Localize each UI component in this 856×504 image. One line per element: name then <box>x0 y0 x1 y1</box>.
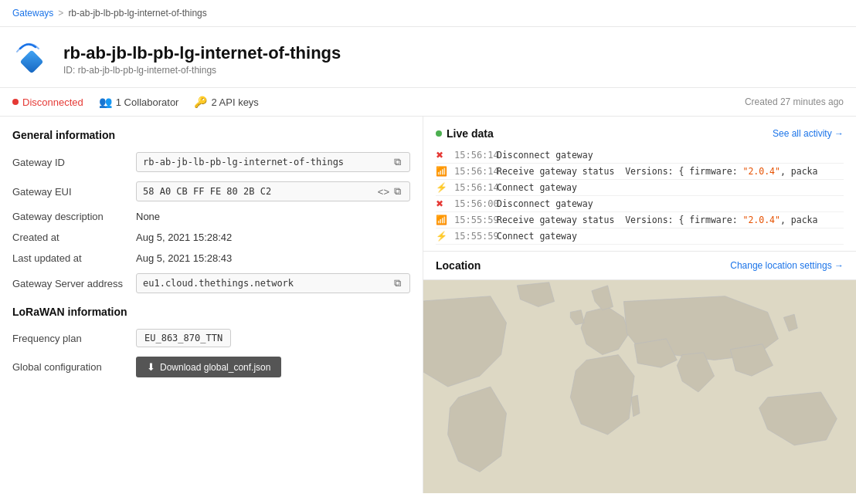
gateway-icon <box>12 39 53 79</box>
frequency-plan-value: EU_863_870_TTN <box>136 329 231 347</box>
gateway-eui-input: 58 A0 CB FF FE 80 2B C2 <> ⧉ <box>136 181 410 201</box>
location-header: Location Change location settings → <box>423 252 856 280</box>
gateway-id-label: Gateway ID <box>12 157 136 168</box>
status-bar: Disconnected 👥 1 Collaborator 🔑 2 API ke… <box>0 88 856 117</box>
disconnect-icon-2: ✖ <box>436 198 451 209</box>
disconnected-label: Disconnected <box>22 96 83 108</box>
event-desc-1: Disconnect gateway <box>497 150 844 161</box>
live-data-title: Live data <box>436 127 494 140</box>
last-updated-value: Aug 5, 2021 15:28:43 <box>136 252 410 264</box>
live-event-row: 📶 15:56:14 Receive gateway status Versio… <box>436 164 844 180</box>
global-config-row: Global configuration ⬇ Download global_c… <box>12 357 410 377</box>
gateway-server-input: eu1.cloud.thethings.network ⧉ <box>136 273 410 293</box>
frequency-plan-label: Frequency plan <box>12 333 136 344</box>
gateway-server-value: eu1.cloud.thethings.network <box>143 278 392 289</box>
download-config-button[interactable]: ⬇ Download global_conf.json <box>136 357 281 377</box>
event-time-6: 15:55:59 <box>454 231 497 242</box>
change-location-link[interactable]: Change location settings → <box>730 260 844 271</box>
header-text: rb-ab-jb-lb-pb-lg-internet-of-things ID:… <box>63 43 341 76</box>
api-keys-icon: 🔑 <box>194 96 207 108</box>
page-subtitle: ID: rb-ab-jb-lb-pb-lg-internet-of-things <box>63 65 341 76</box>
breadcrumb: Gateways > rb-ab-jb-lb-pb-lg-internet-of… <box>0 0 856 27</box>
left-panel: General information Gateway ID rb-ab-jb-… <box>0 117 423 493</box>
gateway-id-row: Gateway ID rb-ab-jb-lb-pb-lg-internet-of… <box>12 152 410 172</box>
live-event-row: ⚡ 15:56:14 Connect gateway <box>436 180 844 196</box>
right-panel: Live data See all activity → ✖ 15:56:14 … <box>423 117 856 493</box>
copy-gateway-id-button[interactable]: ⧉ <box>392 156 403 168</box>
connect-icon-2: ⚡ <box>436 231 451 242</box>
general-info-title: General information <box>12 129 410 141</box>
location-section: Location Change location settings → <box>423 252 856 493</box>
download-btn-label: Download global_conf.json <box>160 362 270 373</box>
last-updated-row: Last updated at Aug 5, 2021 15:28:43 <box>12 252 410 264</box>
collaborators-icon: 👥 <box>99 96 112 108</box>
page-header: rb-ab-jb-lb-pb-lg-internet-of-things ID:… <box>0 27 856 88</box>
created-at-label: Created at <box>12 232 136 243</box>
live-event-row: 📶 15:55:59 Receive gateway status Versio… <box>436 212 844 228</box>
copy-eui-button[interactable]: ⧉ <box>392 185 403 198</box>
page-title: rb-ab-jb-lb-pb-lg-internet-of-things <box>63 43 341 63</box>
created-time: Created 27 minutes ago <box>745 96 844 107</box>
event-desc-5: Receive gateway status Versions: { firmw… <box>497 215 844 225</box>
live-data-section: Live data See all activity → ✖ 15:56:14 … <box>423 117 856 252</box>
event-time-2: 15:56:14 <box>454 166 497 177</box>
event-time-1: 15:56:14 <box>454 150 497 161</box>
download-icon: ⬇ <box>147 361 155 373</box>
gateway-description-value: None <box>136 211 410 222</box>
live-dot <box>436 130 442 137</box>
map-container <box>423 280 856 493</box>
lorawan-title: LoRaWAN information <box>12 306 410 318</box>
gateway-description-label: Gateway description <box>12 211 136 222</box>
disconnect-icon-1: ✖ <box>436 150 451 161</box>
live-data-header: Live data See all activity → <box>436 127 844 140</box>
live-event-row: ✖ 15:56:14 Disconnect gateway <box>436 147 844 164</box>
frequency-plan-row: Frequency plan EU_863_870_TTN <box>12 329 410 347</box>
event-desc-2: Receive gateway status Versions: { firmw… <box>497 166 844 177</box>
connection-status: Disconnected <box>12 96 83 108</box>
event-time-4: 15:56:00 <box>454 198 497 209</box>
status-icon-2: 📶 <box>436 215 451 225</box>
gateway-eui-value: 58 A0 CB FF FE 80 2B C2 <box>143 186 375 197</box>
copy-server-button[interactable]: ⧉ <box>392 277 403 289</box>
see-all-activity-link[interactable]: See all activity → <box>773 128 844 139</box>
live-event-row: ✖ 15:56:00 Disconnect gateway <box>436 196 844 212</box>
event-desc-4: Disconnect gateway <box>497 198 844 209</box>
collaborators-label: 1 Collaborator <box>116 96 179 108</box>
gateway-eui-row: Gateway EUI 58 A0 CB FF FE 80 2B C2 <> ⧉ <box>12 181 410 201</box>
global-config-label: Global configuration <box>12 361 136 373</box>
gateway-server-row: Gateway Server address eu1.cloud.thethin… <box>12 273 410 293</box>
location-title: Location <box>436 259 481 272</box>
created-at-row: Created at Aug 5, 2021 15:28:42 <box>12 232 410 243</box>
live-events-list: ✖ 15:56:14 Disconnect gateway 📶 15:56:14… <box>436 147 844 245</box>
event-time-5: 15:55:59 <box>454 215 497 225</box>
collaborators-status[interactable]: 👥 1 Collaborator <box>99 96 179 108</box>
connect-icon-1: ⚡ <box>436 182 451 193</box>
world-map <box>423 280 856 493</box>
last-updated-label: Last updated at <box>12 252 136 264</box>
status-dot <box>12 99 19 105</box>
svg-rect-0 <box>19 49 43 73</box>
live-event-row: ⚡ 15:55:59 Connect gateway <box>436 228 844 245</box>
api-keys-status[interactable]: 🔑 2 API keys <box>194 96 258 108</box>
created-at-value: Aug 5, 2021 15:28:42 <box>136 232 410 243</box>
gateway-id-value: rb-ab-jb-lb-pb-lg-internet-of-things <box>143 157 392 167</box>
gateway-id-input: rb-ab-jb-lb-pb-lg-internet-of-things ⧉ <box>136 152 410 172</box>
breadcrumb-current: rb-ab-jb-lb-pb-lg-internet-of-things <box>68 8 206 19</box>
gateway-eui-label: Gateway EUI <box>12 186 136 198</box>
api-keys-label: 2 API keys <box>211 96 258 108</box>
event-desc-6: Connect gateway <box>497 231 844 242</box>
breadcrumb-separator: > <box>58 8 63 19</box>
event-time-3: 15:56:14 <box>454 182 497 193</box>
gateway-description-row: Gateway description None <box>12 211 410 222</box>
breadcrumb-parent[interactable]: Gateways <box>12 8 53 19</box>
main-layout: General information Gateway ID rb-ab-jb-… <box>0 117 856 493</box>
status-icon-1: 📶 <box>436 166 451 177</box>
gateway-server-label: Gateway Server address <box>12 278 136 289</box>
lorawan-section: LoRaWAN information Frequency plan EU_86… <box>12 306 410 377</box>
event-desc-3: Connect gateway <box>497 182 844 193</box>
code-eui-button[interactable]: <> <box>375 186 392 198</box>
live-data-label: Live data <box>447 127 494 140</box>
